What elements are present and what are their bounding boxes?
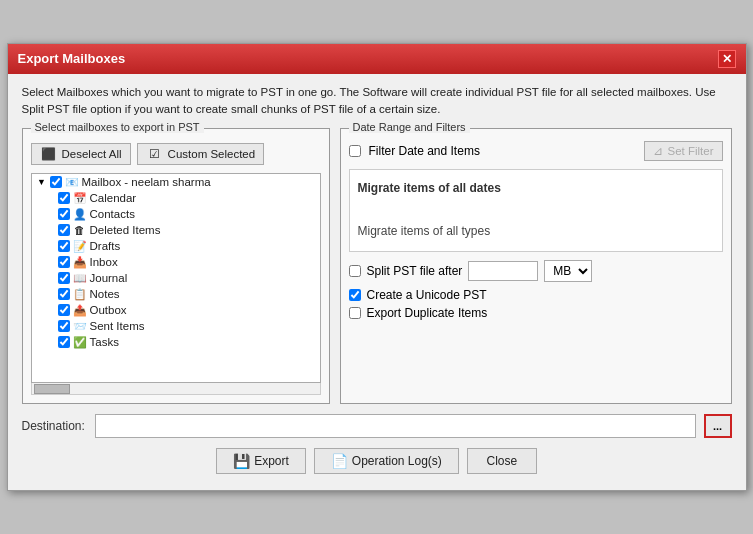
inbox-icon: 📥	[72, 255, 88, 269]
filter-row: Filter Date and Items ⊿ Set Filter	[349, 141, 723, 161]
set-filter-button[interactable]: ⊿ Set Filter	[644, 141, 722, 161]
split-row: Split PST file after 100 MB GB	[349, 260, 723, 282]
date-range-section: Filter Date and Items ⊿ Set Filter Migra…	[349, 141, 723, 320]
right-panel-label: Date Range and Filters	[349, 121, 470, 133]
list-item: 📨 Sent Items	[56, 318, 320, 334]
root-label: Mailbox - neelam sharma	[82, 176, 211, 188]
notes-checkbox[interactable]	[58, 288, 70, 300]
outbox-label: Outbox	[90, 304, 127, 316]
split-unit-select[interactable]: MB GB	[544, 260, 592, 282]
filter-date-label: Filter Date and Items	[369, 144, 480, 158]
deselect-icon: ⬛	[40, 147, 58, 161]
drafts-checkbox[interactable]	[58, 240, 70, 252]
drafts-label: Drafts	[90, 240, 121, 252]
migrate-types-text: Migrate items of all types	[358, 224, 491, 238]
title-bar: Export Mailboxes ✕	[8, 44, 746, 74]
close-label: Close	[487, 454, 518, 468]
inbox-checkbox[interactable]	[58, 256, 70, 268]
deselect-all-button[interactable]: ⬛ Deselect All	[31, 143, 131, 165]
list-item: 📅 Calendar	[56, 190, 320, 206]
outbox-checkbox[interactable]	[58, 304, 70, 316]
tasks-label: Tasks	[90, 336, 119, 348]
unicode-pst-row: Create a Unicode PST	[349, 288, 723, 302]
toolbar-row: ⬛ Deselect All ☑ Custom Selected	[31, 143, 321, 165]
filter-funnel-icon: ⊿	[653, 144, 663, 158]
panels-row: Select mailboxes to export in PST ⬛ Dese…	[22, 128, 732, 404]
footer-row: 💾 Export 📄 Operation Log(s) Close	[22, 448, 732, 480]
tree-root-item: ▼ 📧 Mailbox - neelam sharma	[34, 174, 320, 190]
scrollbar-thumb-h	[34, 384, 70, 394]
log-icon: 📄	[331, 453, 348, 469]
h-scrollbar[interactable]	[31, 383, 321, 395]
unicode-pst-label: Create a Unicode PST	[367, 288, 487, 302]
set-filter-label: Set Filter	[667, 145, 713, 157]
split-checkbox[interactable]	[349, 265, 361, 277]
journal-label: Journal	[90, 272, 128, 284]
deleted-icon: 🗑	[72, 223, 88, 237]
list-item: 🗑 Deleted Items	[56, 222, 320, 238]
tree-root: ▼ 📧 Mailbox - neelam sharma 📅 Calendar	[32, 174, 320, 350]
mailbox-icon: 📧	[64, 175, 80, 189]
left-panel-label: Select mailboxes to export in PST	[31, 121, 204, 133]
contacts-icon: 👤	[72, 207, 88, 221]
destination-label: Destination:	[22, 419, 87, 433]
destination-input[interactable]	[95, 414, 696, 438]
operation-log-button[interactable]: 📄 Operation Log(s)	[314, 448, 459, 474]
journal-icon: 📖	[72, 271, 88, 285]
outbox-icon: 📤	[72, 303, 88, 317]
root-checkbox[interactable]	[50, 176, 62, 188]
calendar-label: Calendar	[90, 192, 137, 204]
export-duplicates-label: Export Duplicate Items	[367, 306, 488, 320]
calendar-icon: 📅	[72, 191, 88, 205]
list-item: 📋 Notes	[56, 286, 320, 302]
browse-button[interactable]: ...	[704, 414, 732, 438]
tasks-icon: ✅	[72, 335, 88, 349]
export-label: Export	[254, 454, 289, 468]
sent-checkbox[interactable]	[58, 320, 70, 332]
expand-icon[interactable]: ▼	[36, 176, 48, 188]
split-label: Split PST file after	[367, 264, 463, 278]
inbox-label: Inbox	[90, 256, 118, 268]
list-item: 👤 Contacts	[56, 206, 320, 222]
split-value-input[interactable]: 100	[468, 261, 538, 281]
contacts-label: Contacts	[90, 208, 135, 220]
destination-row: Destination: ...	[22, 414, 732, 438]
operation-log-label: Operation Log(s)	[352, 454, 442, 468]
deleted-checkbox[interactable]	[58, 224, 70, 236]
list-item: ✅ Tasks	[56, 334, 320, 350]
calendar-checkbox[interactable]	[58, 192, 70, 204]
custom-selected-button[interactable]: ☑ Custom Selected	[137, 143, 265, 165]
dialog-body: Select Mailboxes which you want to migra…	[8, 74, 746, 491]
tasks-checkbox[interactable]	[58, 336, 70, 348]
left-panel: Select mailboxes to export in PST ⬛ Dese…	[22, 128, 330, 404]
browse-icon: ...	[713, 420, 722, 432]
tree-container[interactable]: ▼ 📧 Mailbox - neelam sharma 📅 Calendar	[31, 173, 321, 383]
sent-icon: 📨	[72, 319, 88, 333]
unicode-pst-checkbox[interactable]	[349, 289, 361, 301]
drafts-icon: 📝	[72, 239, 88, 253]
right-panel: Date Range and Filters Filter Date and I…	[340, 128, 732, 404]
migrate-dates-text: Migrate items of all dates	[358, 178, 714, 200]
description-text: Select Mailboxes which you want to migra…	[22, 84, 732, 119]
list-item: 📤 Outbox	[56, 302, 320, 318]
contacts-checkbox[interactable]	[58, 208, 70, 220]
list-item: 📝 Drafts	[56, 238, 320, 254]
export-duplicates-row: Export Duplicate Items	[349, 306, 723, 320]
journal-checkbox[interactable]	[58, 272, 70, 284]
custom-icon: ☑	[146, 147, 164, 161]
export-button[interactable]: 💾 Export	[216, 448, 306, 474]
list-item: 📥 Inbox	[56, 254, 320, 270]
custom-selected-label: Custom Selected	[168, 148, 256, 160]
export-icon: 💾	[233, 453, 250, 469]
sent-label: Sent Items	[90, 320, 145, 332]
deleted-label: Deleted Items	[90, 224, 161, 236]
export-duplicates-checkbox[interactable]	[349, 307, 361, 319]
notes-icon: 📋	[72, 287, 88, 301]
deselect-all-label: Deselect All	[62, 148, 122, 160]
filter-date-checkbox[interactable]	[349, 145, 361, 157]
close-icon[interactable]: ✕	[718, 50, 736, 68]
export-mailboxes-dialog: Export Mailboxes ✕ Select Mailboxes whic…	[7, 43, 747, 492]
close-button[interactable]: Close	[467, 448, 537, 474]
tree-children: 📅 Calendar 👤 Contacts 🗑	[34, 190, 320, 350]
dialog-title: Export Mailboxes	[18, 51, 126, 66]
